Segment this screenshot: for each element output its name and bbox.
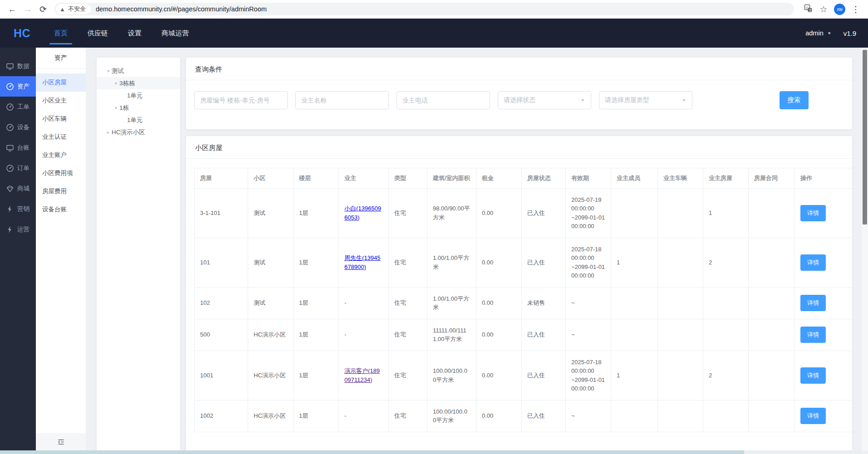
cell-contract	[749, 188, 795, 238]
collapse-sidebar-button[interactable]	[36, 433, 86, 450]
house-type-select[interactable]: 请选择房屋类型 ▼︎	[599, 91, 692, 109]
submenu-item-6[interactable]: 小区费用项	[36, 164, 86, 182]
browser-menu-icon[interactable]: ⋮	[848, 5, 863, 14]
translate-icon[interactable]: G文	[800, 4, 816, 14]
tree-node-label: 3栋栋	[119, 79, 135, 88]
cell-area: 100.00/100.00平方米	[427, 351, 476, 400]
sidebar-item-4[interactable]: 设备	[0, 117, 36, 137]
room-table-body: 3-1-101测试1层小白(13965096053)住宅98.00/90.00平…	[195, 188, 853, 432]
submenu-item-8[interactable]: 设备台账	[36, 200, 86, 219]
table-row: 101测试1层周先生(13945678900)住宅1.00/1.00平方米0.0…	[195, 238, 853, 287]
submenu-item-2[interactable]: 小区业主	[36, 92, 86, 110]
detail-button[interactable]: 详情	[800, 408, 826, 424]
owner-phone-input[interactable]	[397, 91, 490, 109]
globe-gauge-icon	[6, 123, 14, 132]
cell-status: 已入住	[522, 400, 566, 432]
detail-button[interactable]: 详情	[800, 327, 826, 343]
sidebar-item-6[interactable]: 订单	[0, 158, 36, 178]
cell-community: HC演示小区	[248, 319, 294, 351]
tree-node-label: HC演示小区	[112, 128, 145, 137]
submenu-item-7[interactable]: 房屋费用	[36, 182, 86, 200]
column-header-8: 房屋状态	[522, 168, 566, 189]
submenu-item-3[interactable]: 小区车辆	[36, 110, 86, 128]
cell-room: 1002	[195, 400, 248, 432]
query-panel-title: 查询条件	[186, 58, 852, 80]
security-chip[interactable]: ▲︎ 不安全	[56, 4, 91, 14]
cell-members: 1	[611, 351, 658, 400]
status-select[interactable]: 请选择状态 ▼︎	[498, 91, 591, 109]
sidebar-item-7[interactable]: 商城	[0, 178, 36, 199]
tree-caret-icon[interactable]: ▾	[113, 105, 119, 110]
sidebar-item-3[interactable]: 工单	[0, 97, 36, 117]
column-header-5: 类型	[389, 168, 427, 189]
search-button[interactable]: 搜索	[780, 91, 809, 109]
profile-avatar[interactable]: xw	[834, 4, 845, 15]
detail-button[interactable]: 详情	[800, 367, 826, 384]
user-menu[interactable]: admin ▼︎	[805, 29, 831, 37]
room-number-input[interactable]	[194, 91, 288, 109]
nav-tab-2[interactable]: 供应链	[88, 19, 108, 48]
submenu-item-5[interactable]: 业主账户	[36, 146, 86, 164]
tree-node-2[interactable]: ▾3栋栋	[97, 77, 180, 89]
sidebar-item-label: 工单	[17, 103, 29, 111]
nav-tab-1[interactable]: 首页	[54, 19, 68, 48]
cell-vehicles	[658, 188, 703, 238]
tree-caret-icon[interactable]: ▾	[113, 81, 119, 86]
browser-forward-icon[interactable]: →	[20, 5, 35, 14]
chevron-down-icon: ▼︎	[682, 98, 687, 103]
detail-button[interactable]: 详情	[800, 205, 826, 221]
horizontal-scrollbar[interactable]	[0, 450, 862, 454]
nav-tab-3[interactable]: 设置	[128, 19, 142, 48]
tree-caret-icon[interactable]: ▾	[105, 68, 112, 73]
app-logo[interactable]: HC	[14, 27, 30, 40]
detail-button[interactable]: 详情	[800, 254, 826, 271]
tree-node-5[interactable]: 1单元	[97, 114, 180, 126]
tree-node-1[interactable]: ▾测试	[97, 65, 180, 77]
sidebar-item-8[interactable]: 营销	[0, 199, 36, 219]
owner-name-input[interactable]	[295, 91, 389, 109]
cell-vehicles	[658, 400, 703, 432]
owner-link[interactable]: 演示客户(18909711234)	[344, 367, 380, 383]
horizontal-scrollbar-thumb[interactable]	[0, 450, 744, 454]
tree-node-label: 1单元	[127, 92, 143, 100]
cell-houses: 1	[703, 188, 749, 238]
tree-node-6[interactable]: ▸HC演示小区	[97, 126, 180, 138]
cell-community: HC演示小区	[248, 400, 294, 432]
owner-link[interactable]: 小白(13965096053)	[344, 205, 381, 221]
vertical-scrollbar[interactable]	[862, 48, 868, 450]
main-content: ▾测试▾3栋栋1单元▾1栋1单元▸HC演示小区 查询条件 请选择状态 ▼︎ 请选…	[86, 48, 868, 454]
query-fields: 请选择状态 ▼︎ 请选择房屋类型 ▼︎ 搜索	[186, 80, 852, 109]
column-header-2: 小区	[248, 168, 294, 189]
sidebar-item-5[interactable]: 台账	[0, 137, 36, 158]
sidebar-item-label: 运营	[17, 225, 29, 234]
cell-houses	[703, 400, 749, 432]
query-panel: 查询条件 请选择状态 ▼︎ 请选择房屋类型 ▼︎ 搜索	[186, 58, 852, 129]
submenu-item-1[interactable]: 小区房屋	[36, 73, 86, 92]
tree-node-3[interactable]: 1单元	[97, 89, 180, 102]
cell-actions: 详情	[795, 319, 853, 351]
browser-refresh-icon[interactable]: ⟳	[35, 5, 51, 14]
nav-tab-4[interactable]: 商城运营	[162, 19, 189, 48]
sidebar-item-1[interactable]: 数据	[0, 56, 36, 76]
owner-link[interactable]: 周先生(13945678900)	[344, 254, 380, 270]
cell-houses	[703, 319, 749, 351]
bookmark-star-icon[interactable]: ☆	[816, 5, 831, 14]
table-row: 102测试1层-住宅1.00/1.00平方米0.00未销售~详情	[195, 287, 853, 319]
chevron-down-icon: ▼︎	[580, 98, 585, 103]
vertical-scrollbar-thumb[interactable]	[863, 50, 867, 225]
sidebar-item-label: 营销	[17, 205, 29, 213]
tree-node-4[interactable]: ▾1栋	[97, 102, 180, 114]
detail-button[interactable]: 详情	[800, 295, 826, 311]
submenu-item-4[interactable]: 业主认证	[36, 128, 86, 146]
tree-caret-icon[interactable]: ▸	[105, 130, 112, 135]
address-bar[interactable]: ▲︎ 不安全 demo.homecommunity.cn/#/pages/com…	[54, 3, 794, 15]
sidebar-item-2[interactable]: 资产	[0, 76, 36, 97]
column-header-6: 建筑/室内面积	[427, 168, 476, 189]
table-row: 1001HC演示小区1层演示客户(18909711234)住宅100.00/10…	[195, 351, 853, 400]
cell-area: 1.00/1.00平方米	[427, 238, 476, 287]
cell-members	[611, 287, 658, 319]
globe-gauge-icon	[6, 103, 14, 111]
browser-back-icon[interactable]: ←	[5, 5, 20, 14]
sidebar-item-9[interactable]: 运营	[0, 219, 36, 239]
table-row: 1002HC演示小区1层-住宅100.00/100.00平方米0.00已入住~详…	[195, 400, 853, 432]
